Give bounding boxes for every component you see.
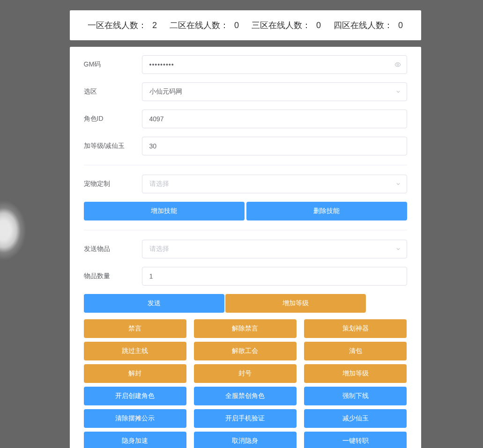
planner-tool-button[interactable]: 策划神器: [304, 319, 407, 338]
zone1-count: 2: [152, 21, 157, 30]
mute-button[interactable]: 禁言: [84, 319, 186, 338]
zone3-count: 0: [316, 21, 321, 30]
chevron-down-icon: [395, 181, 401, 187]
item-count-input[interactable]: [142, 267, 407, 286]
stealth-speed-button[interactable]: 隐身加速: [84, 432, 186, 448]
send-item-label: 发送物品: [84, 245, 142, 253]
zone-select-value: 小仙元码网: [149, 88, 182, 96]
delete-skill-button[interactable]: 删除技能: [246, 202, 407, 220]
enable-create-role-button[interactable]: 开启创建角色: [84, 387, 186, 405]
send-item-placeholder: 请选择: [149, 245, 169, 253]
pet-custom-placeholder: 请选择: [149, 180, 169, 188]
zone2-count: 0: [234, 21, 239, 30]
gm-code-input[interactable]: [142, 55, 407, 74]
add-skill-button[interactable]: 增加技能: [84, 202, 245, 220]
clear-stall-notice-button[interactable]: 清除摆摊公示: [84, 409, 186, 428]
divider: [84, 165, 407, 165]
divider: [84, 230, 407, 230]
send-button[interactable]: 发送: [84, 294, 224, 313]
reduce-xianyu-button[interactable]: 减少仙玉: [304, 409, 407, 428]
disband-guild-button[interactable]: 解散工会: [194, 342, 297, 360]
force-offline-button[interactable]: 强制下线: [304, 387, 407, 405]
chevron-down-icon: [395, 89, 401, 95]
role-id-label: 角色ID: [84, 115, 142, 123]
zone-select[interactable]: 小仙元码网: [142, 82, 407, 101]
unban-button[interactable]: 解封: [84, 364, 186, 383]
ban-button[interactable]: 封号: [194, 364, 297, 383]
enable-phone-verify-button[interactable]: 开启手机验证: [194, 409, 297, 428]
zone-label: 选区: [84, 88, 142, 96]
add-level-button[interactable]: 增加等级: [304, 364, 407, 383]
pet-custom-select[interactable]: 请选择: [142, 175, 407, 193]
header-stats: 一区在线人数：2 二区在线人数：0 三区在线人数：0 四区在线人数：0: [70, 10, 421, 40]
role-id-input[interactable]: [142, 110, 407, 128]
cancel-stealth-button[interactable]: 取消隐身: [194, 432, 297, 448]
disable-create-role-button[interactable]: 全服禁创角色: [194, 387, 297, 405]
level-input[interactable]: [142, 137, 407, 155]
zone3-label: 三区在线人数：: [252, 21, 311, 30]
eye-icon[interactable]: [394, 61, 401, 68]
one-key-job-change-button[interactable]: 一键转职: [304, 432, 407, 448]
unmute-button[interactable]: 解除禁言: [194, 319, 297, 338]
clear-bag-button[interactable]: 清包: [304, 342, 407, 360]
add-level-button-top[interactable]: 增加等级: [225, 294, 366, 313]
zone4-count: 0: [398, 21, 403, 30]
svg-point-0: [397, 64, 399, 66]
send-item-select[interactable]: 请选择: [142, 240, 407, 258]
zone1-label: 一区在线人数：: [88, 21, 147, 30]
skip-mainline-button[interactable]: 跳过主线: [84, 342, 186, 360]
chevron-down-icon: [395, 246, 401, 252]
gm-code-label: GM码: [84, 60, 142, 69]
pet-custom-label: 宠物定制: [84, 180, 142, 188]
level-label: 加等级/减仙玉: [84, 142, 142, 150]
zone4-label: 四区在线人数：: [334, 21, 393, 30]
item-count-label: 物品数量: [84, 272, 142, 280]
zone2-label: 二区在线人数：: [170, 21, 229, 30]
